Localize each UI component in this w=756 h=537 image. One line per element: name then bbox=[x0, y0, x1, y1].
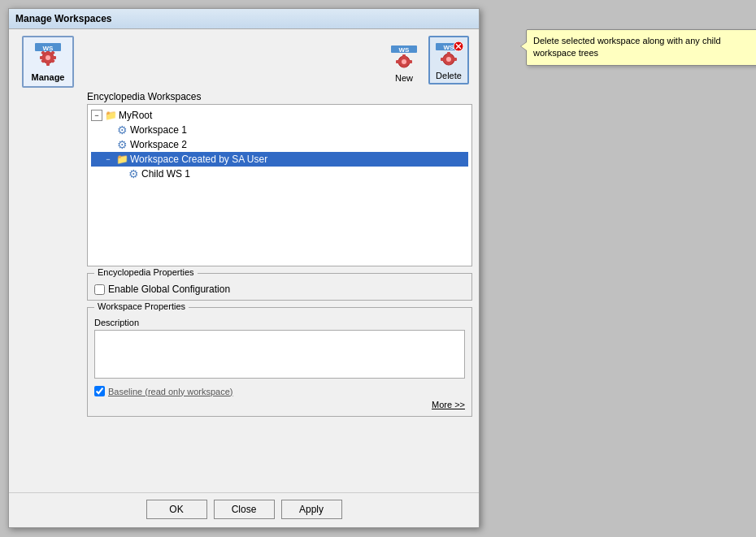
window-title: Manage Workspaces bbox=[15, 13, 112, 24]
child1-label: Child WS 1 bbox=[141, 168, 190, 180]
svg-point-15 bbox=[402, 59, 406, 64]
tree-container[interactable]: − 📁 MyRoot ⚙ Workspace 1 ⚙ Worksp bbox=[87, 104, 472, 266]
root-folder-icon: 📁 bbox=[104, 109, 117, 122]
manage-gear-icon: WS bbox=[33, 41, 63, 71]
enable-global-row: Enable Global Configuration bbox=[94, 284, 465, 295]
svg-rect-19 bbox=[409, 60, 412, 63]
more-row: More >> bbox=[94, 400, 465, 409]
svg-rect-17 bbox=[402, 64, 406, 67]
expand-root-icon[interactable]: − bbox=[91, 110, 102, 121]
close-button[interactable]: Close bbox=[214, 500, 275, 519]
right-panel: WS New bbox=[87, 36, 472, 486]
svg-rect-26 bbox=[441, 58, 444, 61]
more-button[interactable]: More >> bbox=[432, 400, 465, 409]
svg-rect-24 bbox=[447, 52, 450, 55]
no-expand-ws1 bbox=[102, 124, 114, 136]
ws3-label: Workspace Created by SA User bbox=[130, 154, 267, 165]
new-icon: WS bbox=[389, 42, 419, 71]
svg-rect-25 bbox=[447, 62, 450, 65]
delete-btn-container: WS bbox=[428, 36, 469, 84]
delete-label: Delete bbox=[436, 71, 462, 80]
manage-button[interactable]: WS Manage bbox=[22, 36, 74, 88]
ws1-label: Workspace 1 bbox=[130, 124, 187, 136]
svg-rect-18 bbox=[396, 60, 399, 63]
description-label: Description bbox=[94, 318, 465, 327]
baseline-label: Baseline (read only workspace) bbox=[108, 387, 232, 396]
ws2-label: Workspace 2 bbox=[130, 139, 187, 150]
workspace-properties-title: Workspace Properties bbox=[94, 301, 189, 311]
bottom-buttons: OK Close Apply bbox=[9, 492, 479, 527]
svg-text:WS: WS bbox=[399, 46, 411, 54]
delete-tooltip: Delete selected workspace along with any… bbox=[526, 29, 756, 66]
enable-global-label: Enable Global Configuration bbox=[108, 284, 230, 295]
tree-item-ws3[interactable]: − 📁 Workspace Created by SA User bbox=[91, 152, 468, 167]
baseline-row: Baseline (read only workspace) bbox=[94, 386, 465, 396]
new-ws-icon: WS bbox=[389, 44, 419, 70]
tree-item-ws1[interactable]: ⚙ Workspace 1 bbox=[91, 123, 468, 137]
tree-item-root[interactable]: − 📁 MyRoot bbox=[91, 108, 468, 123]
new-button[interactable]: WS New bbox=[386, 41, 422, 84]
enable-global-checkbox[interactable] bbox=[94, 284, 105, 295]
tree-section: Encyclopedia Workspaces − 📁 MyRoot ⚙ Wor… bbox=[87, 91, 472, 266]
baseline-checkbox[interactable] bbox=[94, 386, 105, 396]
svg-text:WS: WS bbox=[444, 44, 455, 51]
svg-rect-27 bbox=[454, 58, 457, 61]
child1-gear-icon: ⚙ bbox=[127, 167, 140, 180]
svg-rect-3 bbox=[46, 62, 50, 66]
tree-item-ws2[interactable]: ⚙ Workspace 2 bbox=[91, 137, 468, 152]
root-label: MyRoot bbox=[119, 110, 152, 121]
toolbar: WS New bbox=[87, 36, 472, 84]
ws3-folder-icon: 📁 bbox=[115, 153, 128, 166]
ws1-gear-icon: ⚙ bbox=[115, 123, 128, 136]
delete-icon: WS bbox=[434, 40, 463, 69]
no-expand-child1 bbox=[114, 168, 125, 180]
svg-rect-16 bbox=[402, 54, 406, 58]
manage-workspaces-dialog: Manage Workspaces bbox=[8, 8, 480, 528]
new-label: New bbox=[395, 73, 413, 83]
manage-label: Manage bbox=[32, 72, 65, 82]
svg-rect-5 bbox=[52, 56, 56, 59]
encyclopedia-properties-group: Encyclopedia Properties Enable Global Co… bbox=[87, 273, 472, 301]
tree-header: Encyclopedia Workspaces bbox=[87, 91, 472, 102]
title-bar: Manage Workspaces bbox=[9, 9, 479, 29]
tooltip-text: Delete selected workspace along with any… bbox=[533, 36, 721, 58]
encyclopedia-properties-title: Encyclopedia Properties bbox=[94, 267, 198, 277]
svg-text:WS: WS bbox=[43, 45, 54, 52]
svg-point-1 bbox=[46, 55, 50, 60]
svg-point-23 bbox=[446, 57, 451, 62]
left-panel: WS Manage bbox=[15, 36, 80, 486]
expand-ws3-icon[interactable]: − bbox=[102, 154, 114, 165]
tree-item-child1[interactable]: ⚙ Child WS 1 bbox=[91, 167, 468, 181]
workspace-properties-group: Workspace Properties Description Baselin… bbox=[87, 307, 472, 417]
ws2-gear-icon: ⚙ bbox=[115, 138, 128, 151]
delete-btn-wrapper: WS bbox=[428, 36, 469, 84]
apply-button[interactable]: Apply bbox=[281, 500, 342, 519]
description-textarea[interactable] bbox=[94, 330, 465, 379]
delete-button[interactable]: WS bbox=[431, 38, 467, 82]
no-expand-ws2 bbox=[102, 139, 114, 150]
ok-button[interactable]: OK bbox=[146, 500, 207, 519]
svg-rect-4 bbox=[40, 56, 44, 59]
delete-ws-icon: WS bbox=[434, 41, 463, 67]
dialog-body: WS Manage WS bbox=[9, 29, 479, 492]
